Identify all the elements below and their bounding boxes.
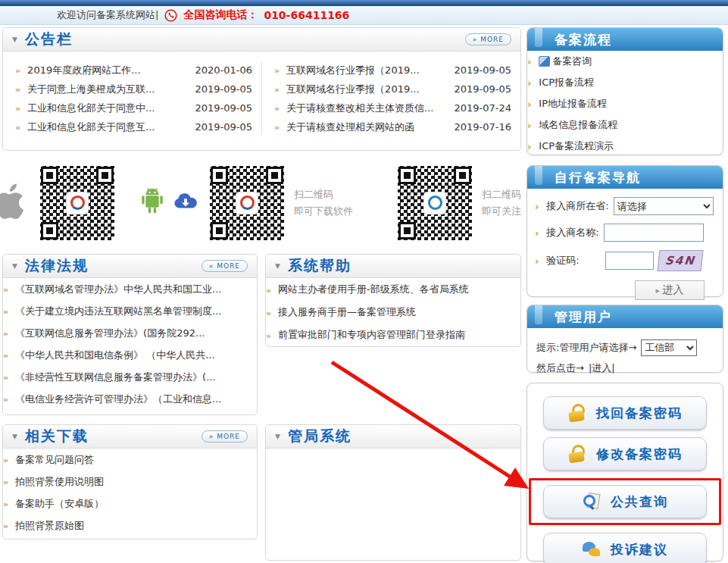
isp-input[interactable] bbox=[604, 224, 704, 242]
announcement-link[interactable]: 关于请核查处理相关网站的函 bbox=[286, 120, 448, 134]
action-button-row: 公共查询 bbox=[529, 478, 721, 525]
download-item: 备案常见问题问答 bbox=[3, 449, 257, 471]
laws-more-button[interactable]: » MORE bbox=[202, 260, 248, 272]
law-link[interactable]: 《电信业务经营许可管理办法》（工业和信息... bbox=[15, 393, 257, 406]
announcement-link[interactable]: 互联网域名行业季报（2019... bbox=[286, 64, 448, 77]
bullet-icon bbox=[266, 307, 278, 318]
province-select[interactable]: 请选择 bbox=[614, 197, 714, 215]
actions-panel: 找回备案密码 修改备案密码 公共查询 投诉建议 bbox=[526, 383, 723, 561]
help-title: 系统帮助 bbox=[288, 256, 352, 276]
law-item: 《非经营性互联网信息服务备案管理办法》(... bbox=[3, 366, 257, 388]
law-item: 《互联网信息服务管理办法》(国务院292... bbox=[3, 322, 257, 344]
help-link[interactable]: 网站主办者使用手册-部级系统、各省局系统 bbox=[278, 283, 520, 296]
announcement-date: 2020-01-06 bbox=[195, 64, 252, 76]
process-item: ICP报备流程 bbox=[527, 72, 723, 93]
download-link[interactable]: 拍照背景原始图 bbox=[15, 519, 257, 533]
law-item: 《中华人民共和国电信条例》 （中华人民共... bbox=[3, 344, 257, 366]
enter-button[interactable]: 进入 bbox=[635, 280, 705, 300]
law-link[interactable]: 《中华人民共和国电信条例》 （中华人民共... bbox=[15, 349, 257, 362]
law-link[interactable]: 《非经营性互联网信息服务备案管理办法》(... bbox=[15, 371, 257, 384]
captcha-input[interactable] bbox=[605, 252, 654, 270]
laws-title: 法律法规 bbox=[25, 256, 89, 276]
action-button[interactable]: 公共查询 bbox=[543, 485, 707, 518]
bullet-icon bbox=[535, 201, 546, 212]
downloads-more-button[interactable]: » MORE bbox=[202, 430, 248, 443]
announcement-item: 关于同意上海美橙成为互联... 2019-09-05 bbox=[3, 80, 261, 99]
announcement-date: 2019-09-05 bbox=[195, 121, 252, 133]
announcement-link[interactable]: 关于同意上海美橙成为互联... bbox=[27, 83, 189, 96]
process-link[interactable]: IP地址报备流程 bbox=[539, 97, 723, 111]
announcement-link[interactable]: 关于请核查整改相关主体资质信... bbox=[286, 102, 448, 115]
download-link[interactable]: 拍照背景使用说明图 bbox=[15, 475, 257, 489]
qr-download-caption: 扫二维码 即可下载软件 bbox=[294, 186, 353, 220]
help-header: ▼ 系统帮助 bbox=[266, 255, 520, 278]
bullet-icon bbox=[15, 121, 27, 133]
process-link[interactable]: 域名信息报备流程 bbox=[539, 118, 723, 132]
download-link[interactable]: 备案助手（安卓版） bbox=[15, 497, 257, 511]
help-link[interactable]: 前置审批部门和专项内容管理部门登录指南 bbox=[278, 328, 520, 342]
download-item: 拍照背景使用说明图 bbox=[3, 471, 257, 493]
process-link[interactable]: 备案咨询 bbox=[552, 55, 723, 68]
captcha-image[interactable]: S4N bbox=[657, 250, 703, 271]
bullet-icon bbox=[527, 120, 539, 131]
qr-follow-caption: 扫二维码 即可关注 bbox=[482, 186, 521, 220]
process-link[interactable]: ICP备案流程演示 bbox=[539, 139, 723, 153]
qr-center-logo bbox=[67, 192, 88, 214]
top-strip bbox=[0, 0, 728, 6]
qr-code-ios bbox=[39, 165, 115, 241]
law-item: 《电信业务经营许可管理办法》（工业和信息... bbox=[3, 388, 257, 410]
bullet-icon bbox=[274, 121, 286, 133]
captcha-label: 验证码: bbox=[546, 254, 579, 267]
bullet-icon bbox=[274, 102, 286, 114]
action-button[interactable]: 修改备案密码 bbox=[543, 437, 707, 471]
announcement-item: 互联网域名行业季报（2019... 2019-09-05 bbox=[262, 61, 520, 80]
bullet-icon bbox=[527, 141, 539, 152]
download-link[interactable]: 备案常见问题问答 bbox=[15, 453, 257, 467]
process-link[interactable]: ICP报备流程 bbox=[539, 76, 723, 89]
law-link[interactable]: 《关于建立境内违法互联网站黑名单管理制度... bbox=[15, 305, 257, 318]
announcement-item: 工业和信息化部关于同意中... 2019-09-05 bbox=[3, 99, 261, 117]
announcement-link[interactable]: 互联网域名行业季报（2019... bbox=[286, 83, 448, 96]
bullet-icon bbox=[535, 255, 546, 267]
announcement-item: 互联网域名行业季报（2019... 2019-09-05 bbox=[262, 80, 520, 99]
action-button[interactable]: 找回备案密码 bbox=[543, 396, 707, 430]
process-item: IP地址报备流程 bbox=[527, 93, 723, 114]
announcements-more-button[interactable]: » MORE bbox=[465, 33, 511, 45]
announcements-title: 公告栏 bbox=[25, 30, 73, 49]
nav-panel: 自行备案导航 接入商所在省: 请选择 接入商名称: 验证码: S4N 进入 bbox=[526, 165, 723, 297]
qr-center-logo bbox=[424, 192, 445, 214]
bullet-icon bbox=[3, 327, 15, 339]
laws-header: ▼ 法律法规 » MORE bbox=[3, 255, 257, 278]
announcement-item: 关于请核查整改相关主体资质信... 2019-07-24 bbox=[262, 99, 520, 117]
qr-code-download bbox=[209, 165, 285, 241]
announcement-item: 工业和信息化部关于同意互... 2019-09-05 bbox=[3, 117, 261, 136]
bullet-icon bbox=[527, 56, 539, 67]
law-link[interactable]: 《互联网域名管理办法》中华人民共和国工业... bbox=[15, 283, 257, 296]
bullet-icon bbox=[3, 498, 15, 509]
qr-section: 扫二维码 即可下载软件 扫二维码 即可关注 bbox=[0, 155, 523, 250]
bullet-icon bbox=[274, 64, 286, 76]
cloud-download-icon bbox=[173, 192, 198, 213]
phone-number: 010-66411166 bbox=[264, 9, 349, 21]
law-item: 《关于建立境内违法互联网站黑名单管理制度... bbox=[3, 300, 257, 322]
law-link[interactable]: 《互联网信息服务管理办法》(国务院292... bbox=[15, 327, 257, 340]
announcement-link[interactable]: 2019年度政府网站工作... bbox=[27, 64, 189, 77]
downloads-title: 相关下载 bbox=[25, 427, 89, 446]
welcome-text: 欢迎访问备案系统网站| bbox=[57, 8, 158, 22]
action-button[interactable]: 投诉建议 bbox=[543, 533, 707, 563]
announcement-date: 2019-09-05 bbox=[195, 83, 252, 95]
announcement-link[interactable]: 工业和信息化部关于同意中... bbox=[27, 102, 189, 115]
bullet-icon bbox=[266, 284, 278, 296]
admin-panel: 管理用户 提示:管理用户请选择→ 工信部 然后点击→ |进入| bbox=[526, 305, 723, 373]
law-item: 《互联网域名管理办法》中华人民共和国工业... bbox=[3, 278, 257, 300]
help-link[interactable]: 接入服务商手册—备案管理系统 bbox=[278, 305, 520, 319]
announcement-link[interactable]: 工业和信息化部关于同意互... bbox=[27, 120, 189, 134]
bullet-icon bbox=[527, 99, 539, 110]
admin-enter-link[interactable]: |进入| bbox=[589, 358, 615, 378]
bureau-title: 管局系统 bbox=[288, 427, 352, 446]
admin-select[interactable]: 工信部 bbox=[641, 339, 697, 356]
bullet-icon bbox=[3, 476, 15, 487]
announcements-panel: ▼ 公告栏 » MORE 2019年度政府网站工作... 2020-01-06 … bbox=[2, 27, 521, 151]
bullet-icon bbox=[535, 227, 546, 239]
collapse-triangle-icon: ▼ bbox=[12, 433, 17, 440]
